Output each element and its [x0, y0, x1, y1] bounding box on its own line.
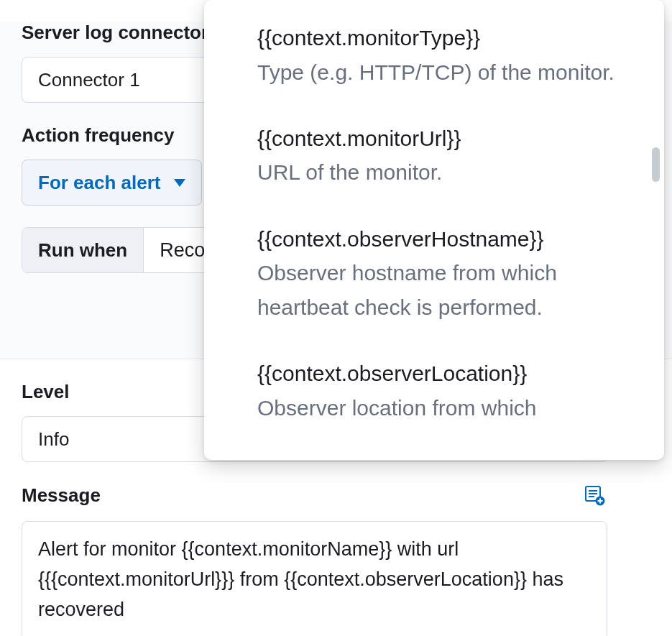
- variable-desc: Observer hostname from which heartbeat c…: [257, 256, 618, 324]
- insert-variable-button[interactable]: [581, 482, 607, 508]
- variable-desc: Observer location from which: [257, 391, 618, 425]
- chevron-down-icon: [174, 179, 185, 187]
- variable-popover-scroll[interactable]: {{context.monitorType}} Type (e.g. HTTP/…: [204, 0, 664, 460]
- variable-option[interactable]: {{context.monitorType}} Type (e.g. HTTP/…: [257, 22, 618, 89]
- variable-name: {{context.observerHostname}}: [257, 223, 618, 257]
- frequency-select-button[interactable]: For each alert: [22, 160, 202, 206]
- scrollbar-thumb[interactable]: [652, 147, 660, 182]
- variable-name: {{context.observerLocation}}: [257, 357, 618, 391]
- variable-popover: {{context.monitorType}} Type (e.g. HTTP/…: [204, 0, 664, 460]
- variable-option[interactable]: {{context.observerLocation}} Observer lo…: [257, 357, 618, 425]
- level-value: Info: [38, 428, 69, 451]
- frequency-value: For each alert: [38, 172, 161, 194]
- variable-desc: Type (e.g. HTTP/TCP) of the monitor.: [257, 55, 618, 89]
- variable-option[interactable]: {{context.monitorUrl}} URL of the monito…: [257, 122, 618, 190]
- variable-name: {{context.monitorType}}: [257, 22, 618, 55]
- run-when-prepend-label: Run when: [22, 228, 144, 272]
- variable-desc: URL of the monitor.: [257, 155, 618, 189]
- insert-variable-icon: [583, 484, 606, 507]
- message-textarea[interactable]: [22, 521, 607, 636]
- variable-name: {{context.monitorUrl}}: [257, 122, 618, 156]
- variable-option[interactable]: {{context.observerHostname}} Observer ho…: [257, 223, 618, 324]
- message-label: Message: [22, 484, 101, 507]
